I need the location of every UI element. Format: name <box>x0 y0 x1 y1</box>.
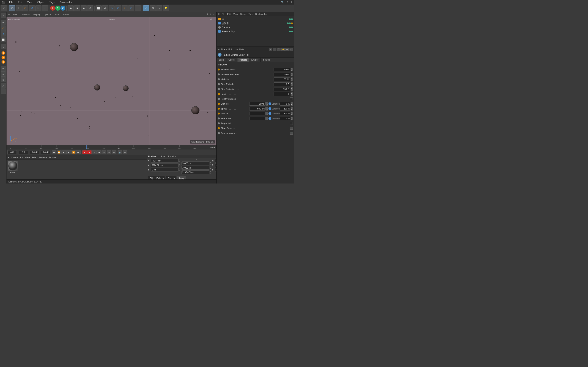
viewport-upload-icon[interactable]: ⬆ <box>210 13 212 16</box>
cube-button[interactable]: ⬜ <box>95 5 102 11</box>
value-spinner[interactable]: ▲▼ <box>291 92 293 96</box>
obj-item-3[interactable]: Physical Sky <box>217 29 293 33</box>
object-btn2[interactable]: ◇ <box>109 5 115 11</box>
variation-icon-0[interactable]: ● <box>268 102 271 105</box>
sound-button[interactable]: 🔈 <box>118 150 122 154</box>
pos-z-input[interactable] <box>151 168 179 171</box>
obj-file-btn[interactable]: File <box>222 13 225 15</box>
value-spinner[interactable]: ▲▼ <box>291 82 293 86</box>
attr-mode-btn[interactable]: Mode <box>221 48 227 50</box>
variation-icon-1[interactable]: ● <box>268 107 271 110</box>
sort-icon[interactable]: ⇅ <box>291 1 292 3</box>
add-tool-button[interactable]: ✚ <box>16 5 22 11</box>
obj-edit-btn[interactable]: Edit <box>227 13 231 15</box>
keyframe-button[interactable]: ◆ <box>97 150 102 154</box>
attr-var-value-input-1[interactable] <box>249 107 266 110</box>
light-btn[interactable]: 💡 <box>163 5 169 11</box>
undo-button[interactable]: ↩ <box>1 5 7 11</box>
rotate-tool-button[interactable]: ↺ <box>29 5 35 11</box>
object-mode-button[interactable]: ◆ <box>68 5 74 11</box>
obj-item-1[interactable]: P빛빛골 <box>217 21 293 25</box>
mat-create-btn[interactable]: Create <box>11 156 18 159</box>
size-z-spinner[interactable]: ▲▼ <box>209 170 211 174</box>
left-tool-brush[interactable]: 🖌 <box>1 83 6 88</box>
active-mode-btn[interactable]: ⬭ <box>143 5 149 11</box>
timeline-ruler[interactable]: 020406080100120140160180200220240 95 F <box>7 145 216 150</box>
size-y-input[interactable] <box>182 166 209 170</box>
end-frame-input[interactable] <box>30 150 39 154</box>
multi-btn[interactable]: ⊞ <box>112 150 116 154</box>
attr-value-input-3[interactable] <box>274 82 290 86</box>
settings-button[interactable]: ⚙ <box>87 5 93 11</box>
tool-btn3[interactable]: ⬡ <box>128 5 134 11</box>
attr-filter-btn[interactable]: ⊻ <box>277 48 281 51</box>
layout-button[interactable]: ⊟ <box>123 150 127 154</box>
attr-lock-btn[interactable]: 🔒 <box>281 48 285 51</box>
mat-material-btn[interactable]: Material <box>39 156 47 159</box>
left-tool-move[interactable]: ✛ <box>1 20 6 25</box>
variation-value-input-3[interactable] <box>280 117 290 120</box>
step-back-button[interactable]: ⏪ <box>57 150 61 154</box>
render-button[interactable]: ■ <box>74 5 80 11</box>
attr-settings-btn[interactable]: ⚙ <box>285 48 289 51</box>
viewport-3d[interactable]: Perspective Camera ⊙ X Y Z Grid Spacing … <box>7 17 216 145</box>
left-tool-s2[interactable]: S <box>1 56 5 59</box>
attr-cb-checkbox-2[interactable] <box>290 132 293 134</box>
obj-item-0[interactable]: P빌 <box>217 17 293 21</box>
obj-view-btn[interactable]: View <box>233 13 238 15</box>
mat-edit-btn[interactable]: Edit <box>19 156 23 159</box>
attr-tab-basic[interactable]: Basic <box>217 58 226 62</box>
left-tool-s3[interactable]: S <box>1 60 5 64</box>
attr-value-input-0[interactable] <box>274 68 290 71</box>
filter-icon[interactable]: ⊻ <box>286 1 288 3</box>
viewport-filter-btn[interactable]: Filter <box>54 13 61 16</box>
size-x-input[interactable] <box>182 161 209 165</box>
obj-object-btn[interactable]: Object <box>240 13 247 15</box>
pos-x-input[interactable] <box>151 159 179 162</box>
attr-userdata-btn[interactable]: User Data <box>234 48 244 50</box>
attr-tab-include[interactable]: Include <box>260 58 272 62</box>
attr-up-btn[interactable]: ↑ <box>273 48 277 51</box>
obj-item-2[interactable]: Camera <box>217 25 293 29</box>
value-spinner[interactable]: ▲▼ <box>291 87 293 91</box>
menu-object[interactable]: Object <box>36 1 45 4</box>
divider-btn[interactable]: | <box>135 5 141 11</box>
value-spinner[interactable]: ▲▼ <box>266 107 268 110</box>
paint-button[interactable]: 🖌 <box>102 5 108 11</box>
tool-btn1[interactable]: ⬡ <box>115 5 121 11</box>
y-axis-button[interactable]: Y <box>55 6 60 11</box>
attr-tab-emitter[interactable]: Emitter <box>249 58 261 62</box>
attr-checkbox-6[interactable] <box>290 98 293 100</box>
attr-edit-btn[interactable]: Edit <box>228 48 232 50</box>
viewport-display-btn[interactable]: Display <box>32 13 41 16</box>
value-spinner[interactable]: ▲▼ <box>291 73 293 76</box>
attr-cb-checkbox-1[interactable] <box>290 127 293 130</box>
select-tool-button[interactable]: ▢ <box>9 5 15 11</box>
variation-icon-2[interactable]: ● <box>268 112 271 115</box>
mat-view-btn[interactable]: View <box>25 156 30 159</box>
r2-tool-button[interactable]: ✦ <box>42 5 48 11</box>
value-spinner[interactable]: ▲▼ <box>266 102 268 106</box>
value-spinner[interactable]: ▲▼ <box>291 112 293 115</box>
menu-edit[interactable]: Edit <box>17 1 23 4</box>
variation-value-input-0[interactable] <box>280 102 290 106</box>
current-frame-input[interactable] <box>7 150 17 154</box>
play-mode-button[interactable]: ⊙ <box>92 150 96 154</box>
attr-value-input-2[interactable] <box>274 77 290 81</box>
search-icon[interactable]: 🔍 <box>281 1 284 3</box>
pos-y-input[interactable] <box>151 163 179 167</box>
attr-value-input-4[interactable] <box>274 87 290 91</box>
value-spinner[interactable]: ▲▼ <box>291 77 293 81</box>
z-axis-button[interactable]: Z <box>61 6 65 11</box>
obj-bookmarks-btn[interactable]: Bookmarks <box>255 13 267 15</box>
left-tool-pen[interactable]: ✏ <box>1 66 6 71</box>
size-z-input[interactable] <box>182 170 209 174</box>
mat-texture-btn[interactable]: Texture <box>49 156 56 159</box>
snap-button[interactable]: ◎ <box>107 150 111 154</box>
attr-value-input-5[interactable] <box>274 92 290 96</box>
attr-tab-particle[interactable]: Particle <box>237 58 249 62</box>
r-tool-button[interactable]: R <box>35 5 42 11</box>
record2-button[interactable]: ⏺ <box>87 150 92 154</box>
attr-var-value-input-2[interactable] <box>249 112 266 115</box>
pos-x-spinner[interactable]: ▲▼ <box>179 159 181 162</box>
